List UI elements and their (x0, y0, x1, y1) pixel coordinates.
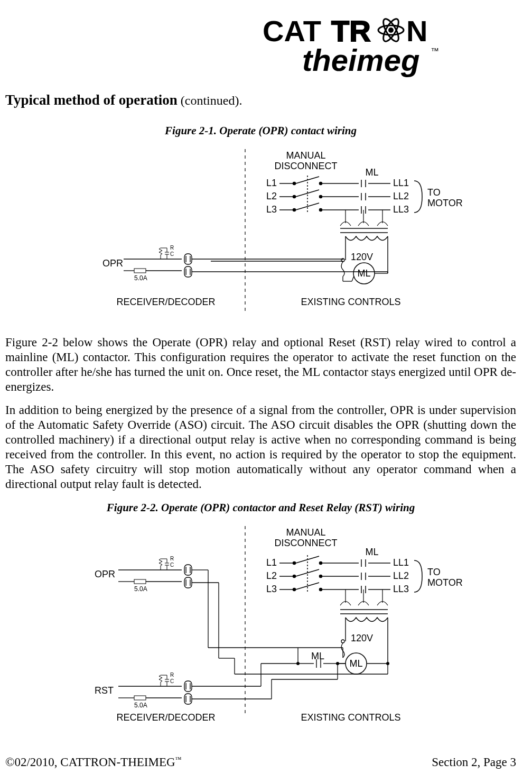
figure-2-2-diagram: MANUAL DISCONNECT L1 L2 L3 ML (5, 521, 516, 734)
footer-page: Section 2, Page 3 (432, 756, 516, 769)
label-r-opr: R (170, 556, 174, 561)
atom-icon (378, 17, 404, 44)
label-c-rst: C (170, 678, 174, 684)
svg-line-84 (296, 583, 319, 589)
label-rst: RST (95, 685, 114, 696)
label-fuse-opr: 5.0A (134, 585, 147, 593)
label-existing-1: EXISTING CONTROLS (301, 297, 400, 307)
svg-point-13 (319, 196, 322, 198)
label-l2: L2 (266, 191, 277, 201)
label-c-opr: C (170, 562, 174, 568)
svg-rect-61 (184, 254, 192, 264)
label-fuse-rst: 5.0A (134, 702, 147, 709)
label-l3-2: L3 (266, 584, 277, 594)
label-l2-2: L2 (266, 570, 277, 581)
logo-tm: ™ (431, 47, 439, 56)
section-heading: Typical method of operation (continued). (5, 92, 516, 108)
label-fuse-1: 5.0A (134, 274, 147, 282)
label-120v-1: 120V (351, 252, 373, 262)
label-disconnect-2: DISCONNECT (274, 538, 337, 548)
svg-point-6 (293, 182, 295, 185)
label-r-1: R (170, 245, 174, 251)
paragraph-1: Figure 2-2 below shows the Operate (OPR)… (5, 335, 516, 394)
label-ll1-2: LL1 (393, 557, 409, 568)
figure-2-2-caption: Figure 2-2. Operate (OPR) contactor and … (5, 501, 516, 514)
svg-rect-152 (184, 681, 192, 692)
paragraph-2: In addition to being energized by the pr… (5, 403, 516, 492)
label-ll2-2: LL2 (393, 570, 409, 581)
svg-point-3 (388, 27, 394, 33)
svg-rect-155 (184, 694, 192, 704)
svg-rect-117 (134, 579, 146, 584)
label-c-1: C (170, 251, 174, 257)
svg-line-17 (296, 203, 319, 210)
svg-rect-125 (184, 565, 192, 575)
label-disconnect: DISCONNECT (274, 161, 337, 171)
page-footer: ©02/2010, CATTRON-THEIMEG™ Section 2, Pa… (5, 756, 516, 769)
label-receiver-1: RECEIVER/DECODER (116, 297, 215, 307)
label-opr-1: OPR (102, 258, 123, 269)
svg-point-85 (319, 588, 322, 591)
svg-point-167 (336, 662, 339, 665)
label-l1: L1 (266, 178, 277, 188)
svg-point-107 (341, 640, 344, 643)
svg-point-80 (319, 575, 322, 578)
svg-line-44 (352, 276, 354, 281)
figure-2-1-caption: Figure 2-1. Operate (OPR) contact wiring (5, 124, 516, 137)
svg-point-73 (293, 562, 295, 565)
label-receiver-2: RECEIVER/DECODER (116, 712, 215, 723)
label-r-rst: R (170, 672, 174, 678)
label-to: TO (427, 187, 441, 198)
label-120v-2: 120V (351, 633, 373, 643)
label-ml-coil-1: ML (357, 268, 370, 279)
label-motor-2: MOTOR (427, 577, 463, 588)
heading-continued: (continued) (178, 94, 239, 107)
svg-rect-128 (184, 577, 192, 588)
logo-theimeg: theimeg (302, 43, 419, 77)
svg-point-141 (386, 662, 389, 665)
label-ll3: LL3 (393, 204, 409, 215)
svg-point-8 (319, 182, 322, 185)
figure-2-1-diagram: MANUAL DISCONNECT L1 L2 L3 ML (5, 144, 516, 326)
label-opr-2: OPR (95, 569, 115, 579)
label-ll1: LL1 (393, 178, 409, 188)
label-manual: MANUAL (286, 150, 325, 161)
svg-point-83 (293, 588, 295, 591)
label-manual-2: MANUAL (286, 527, 325, 538)
label-existing-2: EXISTING CONTROLS (301, 712, 400, 723)
svg-point-16 (293, 209, 295, 211)
label-to-2: TO (427, 567, 441, 577)
label-motor: MOTOR (427, 198, 463, 208)
label-ll2: LL2 (393, 191, 409, 201)
svg-rect-144 (134, 696, 146, 700)
svg-rect-53 (134, 269, 146, 273)
label-l3: L3 (266, 204, 277, 215)
brand-logo: CAT TR N theimeg ™ (5, 16, 516, 81)
label-ll3-2: LL3 (393, 584, 409, 594)
label-ml: ML (365, 167, 378, 178)
label-l1-2: L1 (266, 557, 277, 568)
svg-rect-64 (184, 266, 192, 277)
heading-title: Typical method of operation (5, 92, 178, 108)
svg-point-11 (293, 196, 295, 198)
label-ml-coil-2: ML (349, 658, 362, 669)
svg-point-75 (319, 562, 322, 565)
label-ml-contact: ML (311, 651, 324, 661)
label-ml-2: ML (365, 547, 378, 557)
footer-copyright: ©02/2010, CATTRON-THEIMEG™ (5, 756, 182, 769)
svg-point-18 (319, 209, 322, 211)
svg-point-78 (293, 575, 295, 578)
